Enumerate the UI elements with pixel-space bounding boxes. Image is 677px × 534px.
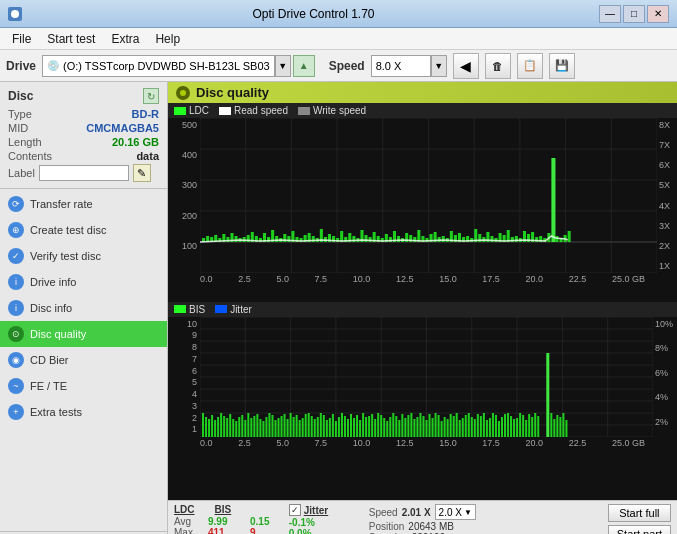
svg-rect-25 <box>235 236 238 242</box>
svg-rect-222 <box>480 416 482 437</box>
write-speed-legend-color <box>298 107 310 115</box>
svg-rect-147 <box>253 416 255 437</box>
drive-select[interactable]: 💿 (O:) TSSТcorp DVDWBD SH-B123L SB03 <box>42 55 275 77</box>
save-button[interactable]: 💾 <box>549 53 575 79</box>
sidebar-item-label: Verify test disc <box>30 250 101 262</box>
svg-rect-244 <box>553 419 555 437</box>
svg-rect-185 <box>368 416 370 437</box>
nav-prev-button[interactable]: ◀ <box>453 53 479 79</box>
svg-rect-227 <box>495 415 497 437</box>
svg-rect-137 <box>223 416 225 437</box>
sidebar-item-transfer-rate[interactable]: ⟳ Transfer rate <box>0 191 167 217</box>
stats-speed: Speed 2.01 X 2.0 X ▼ Position 20643 MB S… <box>369 504 489 534</box>
chart-top-svg <box>200 118 657 273</box>
sidebar-item-cd-bier[interactable]: ◉ CD Bier <box>0 347 167 373</box>
copy-button[interactable]: 📋 <box>517 53 543 79</box>
svg-rect-162 <box>299 420 301 437</box>
svg-rect-146 <box>250 418 252 437</box>
sidebar-item-label: Create test disc <box>30 224 106 236</box>
max-bis-value: 9 <box>250 527 256 534</box>
drive-eject-button[interactable]: ▲ <box>293 55 315 77</box>
disc-refresh-button[interactable]: ↻ <box>143 88 159 104</box>
chart-bottom-container: BIS Jitter 10 9 8 7 6 5 4 3 <box>168 302 677 501</box>
sidebar-item-extra-tests[interactable]: + Extra tests <box>0 399 167 425</box>
svg-rect-176 <box>341 413 343 437</box>
maximize-button[interactable]: □ <box>623 5 645 23</box>
jitter-checkbox[interactable]: ✓ <box>289 504 301 516</box>
drive-dropdown-arrow[interactable]: ▼ <box>275 55 291 77</box>
chart-top-container: LDC Read speed Write speed 500 400 300 <box>168 103 677 302</box>
svg-rect-232 <box>510 416 512 437</box>
disc-label-input[interactable] <box>39 165 129 181</box>
svg-rect-150 <box>262 421 264 437</box>
svg-rect-229 <box>501 417 503 437</box>
svg-rect-217 <box>465 415 467 437</box>
svg-rect-131 <box>205 417 207 437</box>
svg-rect-226 <box>492 413 494 437</box>
menu-file[interactable]: File <box>4 30 39 48</box>
speed-dropdown-arrow[interactable]: ▼ <box>431 55 447 77</box>
sidebar-item-verify-test-disc[interactable]: ✓ Verify test disc <box>0 243 167 269</box>
ldc-header: LDC <box>174 504 195 515</box>
chart-bottom-y-left: 10 9 8 7 6 5 4 3 2 1 <box>168 317 200 437</box>
svg-rect-195 <box>398 420 400 437</box>
svg-rect-218 <box>468 413 470 437</box>
main-area: Disc ↻ Type BD-R MID CMCMAGBA5 Length 20… <box>0 82 677 534</box>
drivebar: Drive 💿 (O:) TSSТcorp DVDWBD SH-B123L SB… <box>0 50 677 82</box>
menu-start-test[interactable]: Start test <box>39 30 103 48</box>
svg-rect-133 <box>211 415 213 437</box>
sidebar-item-create-test-disc[interactable]: ⊕ Create test disc <box>0 217 167 243</box>
disc-label-edit-button[interactable]: ✎ <box>133 164 151 182</box>
titlebar: Opti Drive Control 1.70 — □ ✕ <box>0 0 677 28</box>
sidebar-item-drive-info[interactable]: i Drive info <box>0 269 167 295</box>
svg-rect-237 <box>525 420 527 437</box>
sidebar-item-disc-info[interactable]: i Disc info <box>0 295 167 321</box>
svg-rect-103 <box>551 158 555 242</box>
svg-rect-144 <box>244 420 246 437</box>
svg-rect-199 <box>410 413 412 437</box>
speed-label: Speed <box>369 507 398 518</box>
sidebar-item-fe-te[interactable]: ~ FE / TE <box>0 373 167 399</box>
svg-rect-234 <box>516 418 518 437</box>
svg-rect-157 <box>284 414 286 437</box>
svg-rect-205 <box>429 414 431 437</box>
svg-rect-211 <box>447 419 449 437</box>
svg-rect-141 <box>235 421 237 437</box>
start-part-button[interactable]: Start part <box>608 525 671 534</box>
svg-rect-235 <box>519 413 521 437</box>
speed-value: 2.01 X <box>402 507 431 518</box>
speed-select-dropdown[interactable]: 2.0 X ▼ <box>435 504 476 520</box>
chart-bottom-y-right: 10% 8% 6% 4% 2% <box>653 317 677 437</box>
svg-rect-76 <box>442 236 445 242</box>
svg-rect-186 <box>371 414 373 437</box>
chart-bottom-svg <box>200 317 653 437</box>
sidebar-item-label: Extra tests <box>30 406 82 418</box>
svg-rect-233 <box>513 419 515 437</box>
svg-rect-174 <box>335 421 337 437</box>
svg-rect-215 <box>459 420 461 437</box>
sidebar-nav: ⟳ Transfer rate ⊕ Create test disc ✓ Ver… <box>0 189 167 531</box>
close-button[interactable]: ✕ <box>647 5 669 23</box>
svg-rect-246 <box>559 417 561 437</box>
speed-select[interactable]: 8.0 X <box>371 55 431 77</box>
menu-help[interactable]: Help <box>147 30 188 48</box>
svg-rect-210 <box>444 417 446 437</box>
svg-rect-202 <box>419 413 421 437</box>
disc-contents-value: data <box>136 150 159 162</box>
start-full-button[interactable]: Start full <box>608 504 671 522</box>
fe-te-icon: ~ <box>8 378 24 394</box>
svg-rect-243 <box>550 413 552 437</box>
read-speed-legend-color <box>219 107 231 115</box>
erase-button[interactable]: 🗑 <box>485 53 511 79</box>
menu-extra[interactable]: Extra <box>103 30 147 48</box>
sidebar-item-disc-quality[interactable]: ⊙ Disc quality <box>0 321 167 347</box>
titlebar-title: Opti Drive Control 1.70 <box>252 7 374 21</box>
stats-jitter: ✓ Jitter -0.1% 0.0% <box>289 504 359 534</box>
minimize-button[interactable]: — <box>599 5 621 23</box>
svg-rect-171 <box>326 420 328 437</box>
svg-rect-140 <box>232 419 234 437</box>
disc-contents-label: Contents <box>8 150 52 162</box>
svg-rect-172 <box>329 418 331 437</box>
svg-rect-134 <box>214 420 216 437</box>
svg-rect-239 <box>531 417 533 437</box>
